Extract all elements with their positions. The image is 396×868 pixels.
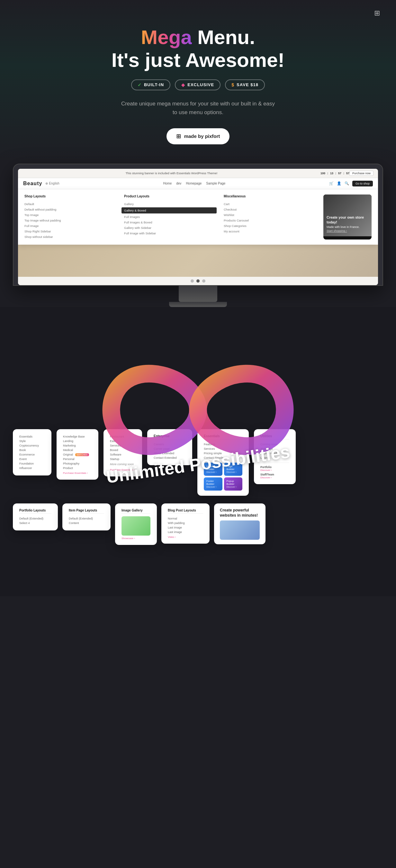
promo-text: Create your own store today! Made with l… bbox=[327, 215, 368, 233]
dot-3[interactable] bbox=[202, 279, 205, 283]
nav-link-homepage[interactable]: Homepage bbox=[186, 182, 202, 185]
menu-item-full-images[interactable]: Full Images bbox=[124, 214, 214, 220]
menu-item-shop-no-sidebar[interactable]: Shop without sidebar bbox=[24, 234, 115, 240]
badge-builtin-label: BUILT-IN bbox=[144, 82, 164, 87]
menu-item-shop-categories[interactable]: Shop Categories bbox=[224, 223, 314, 228]
monitor-hero-image bbox=[18, 245, 378, 277]
card-blog-layouts: Blog Post Layouts Normal With padding La… bbox=[161, 503, 210, 544]
menu-item-shop-right[interactable]: Shop Right Sidebar bbox=[24, 228, 115, 234]
monitor-stand bbox=[179, 286, 217, 302]
badge-save: $ SAVE $18 bbox=[225, 80, 265, 90]
showcase-link[interactable]: Showcase › bbox=[122, 535, 150, 540]
blog-item-last-image-2[interactable]: Last image bbox=[168, 530, 203, 534]
gallery-preview bbox=[122, 516, 150, 535]
shop-layouts-title: Shop Layouts bbox=[24, 194, 115, 198]
pixfort-button[interactable]: ⊞ made by pixfort bbox=[166, 128, 230, 144]
pixfort-btn-label: made by pixfort bbox=[184, 133, 220, 139]
badge-exclusive-label: EXCLUSIVE bbox=[187, 82, 214, 87]
topbar-banner-text: This stunning banner is included with Es… bbox=[23, 172, 321, 175]
header-discover[interactable]: Discover › bbox=[206, 471, 217, 473]
nav-link-dev[interactable]: dev bbox=[176, 182, 181, 185]
nav-link-home[interactable]: Home bbox=[163, 182, 172, 185]
bottom-layouts-row: Portfolio Layouts Default (Extended) Sel… bbox=[0, 496, 396, 564]
menu-item-full-image-sidebar[interactable]: Full Image with Sidebar bbox=[124, 230, 214, 236]
menu-promo: Create your own store today! Made with l… bbox=[323, 194, 372, 240]
timer-ms: 57 bbox=[346, 172, 349, 175]
nav-lang: ⊕ English bbox=[45, 182, 59, 185]
badge-exclusive: ◆ EXCLUSIVE bbox=[175, 80, 220, 90]
pixfort-btn-icon: ⊞ bbox=[176, 133, 181, 140]
popup-discover[interactable]: Discover › bbox=[226, 486, 237, 488]
card-create-powerful: Create powerfulwebsites in minutes! bbox=[214, 503, 266, 544]
hero-subtitle: Create unique mega menus for your site w… bbox=[121, 99, 275, 117]
image-gallery-title: Image Gallery bbox=[122, 508, 150, 514]
nav-logo: Beauty bbox=[23, 181, 42, 186]
portfolio-item-2[interactable]: Select 4 bbox=[19, 521, 52, 525]
card-item-page-layouts: Item Page Layouts Default (Extended) Con… bbox=[62, 503, 111, 530]
item-page-item-1[interactable]: Default (Extended) bbox=[69, 516, 104, 521]
portfolio-item-1[interactable]: Default (Extended) bbox=[19, 516, 52, 521]
portfolio-layouts-title: Portfolio Layouts bbox=[19, 508, 52, 514]
menu-item-gallery-sidebar[interactable]: Gallery with Sidebar bbox=[124, 225, 214, 230]
page-discover[interactable]: Discover › bbox=[226, 471, 237, 473]
dot-navigation bbox=[18, 277, 378, 285]
menu-item-checkout[interactable]: Checkout bbox=[224, 207, 314, 212]
menu-item-my-account[interactable]: My account bbox=[224, 228, 314, 234]
item-page-item-2[interactable]: Content bbox=[69, 521, 104, 525]
timer-hours: 100 bbox=[321, 172, 325, 175]
menu-item-default[interactable]: Default bbox=[24, 201, 115, 207]
user-icon[interactable]: 👤 bbox=[337, 181, 341, 186]
badge-builtin: ✓ BUILT-IN bbox=[131, 80, 170, 90]
topbar-purchase-btn[interactable]: Purchase now bbox=[349, 171, 373, 176]
promo-sub: Made with love in France. bbox=[327, 225, 360, 228]
badge-save-label: SAVE $18 bbox=[237, 82, 258, 87]
hero-badges: ✓ BUILT-IN ◆ EXCLUSIVE $ SAVE $18 bbox=[13, 80, 383, 90]
topbar-timer: 100: 13: 57: 57 bbox=[321, 172, 349, 175]
infinity-wrap: Unlimited Possibilities bbox=[0, 326, 396, 494]
search-icon[interactable]: 🔍 bbox=[344, 181, 349, 186]
video-link[interactable]: Video › bbox=[168, 534, 203, 538]
card-portfolio-layouts: Portfolio Layouts Default (Extended) Sel… bbox=[13, 503, 58, 530]
exclusive-icon: ◆ bbox=[181, 82, 185, 88]
monitor-base bbox=[169, 302, 227, 307]
menu-item-cart[interactable]: Cart bbox=[224, 201, 314, 207]
unlimited-section: Unlimited Possibilities Essentials Style… bbox=[0, 307, 396, 596]
menu-item-full-images-boxed[interactable]: Full Images & Boxed bbox=[124, 220, 214, 225]
dot-1[interactable] bbox=[191, 279, 194, 283]
blog-item-with-padding[interactable]: With padding bbox=[168, 521, 203, 525]
footer-discover[interactable]: Discover › bbox=[206, 486, 217, 488]
menu-item-wishlist[interactable]: Wishlist bbox=[224, 212, 314, 218]
menu-item-products-carousel[interactable]: Products Carousel bbox=[224, 218, 314, 223]
nav-icons: 🛒 👤 🔍 Go to shop bbox=[329, 181, 373, 186]
nav-link-sample[interactable]: Sample Page bbox=[206, 182, 225, 185]
dot-2[interactable] bbox=[196, 279, 200, 283]
monitor-wrapper: This stunning banner is included with Es… bbox=[0, 164, 396, 307]
menu-col-misc: Miscellaneous Cart Checkout Wishlist Pro… bbox=[224, 194, 314, 240]
promo-image: Create your own store today! Made with l… bbox=[323, 194, 372, 236]
monitor-topbar: This stunning banner is included with Es… bbox=[18, 169, 378, 178]
promo-title: Create your own store today! bbox=[327, 215, 368, 225]
menu-item-full-image[interactable]: Full Image bbox=[24, 223, 115, 228]
menu-item-top-image-no-pad[interactable]: Top Image without padding bbox=[24, 218, 115, 223]
hero-title: Mega Menu.It's just Awesome! bbox=[13, 26, 383, 72]
cart-icon[interactable]: 🛒 bbox=[329, 181, 334, 186]
monitor-outer: This stunning banner is included with Es… bbox=[13, 164, 383, 286]
monitor-screen: This stunning banner is included with Es… bbox=[18, 169, 378, 285]
menu-item-top-image[interactable]: Top Image bbox=[24, 212, 115, 218]
misc-title: Miscellaneous bbox=[224, 194, 314, 198]
save-icon: $ bbox=[232, 82, 234, 88]
menu-col-shop-layouts: Shop Layouts Default Default without pad… bbox=[24, 194, 115, 240]
blog-item-last-image[interactable]: Last image bbox=[168, 525, 203, 530]
mega-menu: Shop Layouts Default Default without pad… bbox=[18, 189, 378, 245]
product-layouts-title: Product Layouts bbox=[124, 194, 214, 198]
menu-item-gallery[interactable]: Gallery bbox=[124, 201, 214, 207]
nav-shop-btn[interactable]: Go to shop bbox=[352, 181, 373, 186]
menu-item-default-no-pad[interactable]: Default without padding bbox=[24, 207, 115, 212]
promo-link[interactable]: Start shopping › bbox=[327, 229, 347, 232]
builtin-icon: ✓ bbox=[138, 82, 142, 88]
hero-title-rest: Menu.It's just Awesome! bbox=[112, 26, 284, 71]
monitor-navbar: Beauty ⊕ English Home dev Homepage Sampl… bbox=[18, 178, 378, 189]
menu-item-gallery-boxed[interactable]: Gallery & Boxed bbox=[122, 207, 217, 214]
blog-item-normal[interactable]: Normal bbox=[168, 516, 203, 521]
timer-min: 13 bbox=[330, 172, 333, 175]
